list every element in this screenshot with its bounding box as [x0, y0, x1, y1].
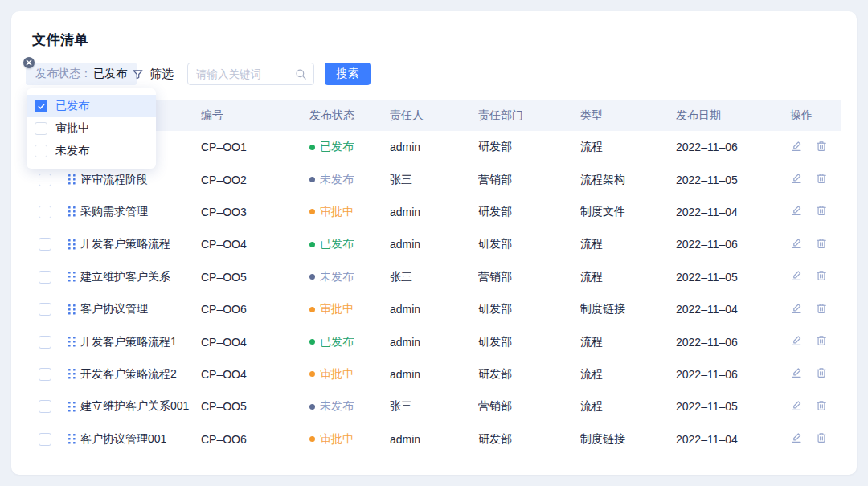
- status-dot: [309, 307, 315, 312]
- responsible-department: 研发部: [478, 335, 580, 349]
- row-actions: [790, 431, 841, 447]
- row-checkbox[interactable]: [39, 368, 51, 381]
- edit-icon[interactable]: [790, 431, 803, 447]
- status-label: 已发布: [320, 237, 354, 251]
- option-label: 已发布: [55, 99, 89, 113]
- responsible-person: admin: [390, 141, 478, 153]
- search-button[interactable]: 搜索: [325, 63, 371, 85]
- search-input[interactable]: [188, 68, 295, 80]
- dropdown-option[interactable]: 已发布: [27, 95, 156, 117]
- option-checkbox[interactable]: [35, 100, 47, 112]
- edit-icon[interactable]: [790, 366, 803, 382]
- drag-handle-icon[interactable]: [63, 239, 80, 251]
- trash-icon[interactable]: [815, 237, 828, 252]
- drag-handle-icon[interactable]: [63, 336, 80, 348]
- edit-icon[interactable]: [790, 399, 803, 415]
- file-type: 流程: [580, 399, 676, 414]
- drag-handle-icon[interactable]: [63, 174, 80, 186]
- row-checkbox[interactable]: [39, 206, 51, 218]
- status-cell: 已发布: [309, 140, 390, 154]
- publish-date: 2022–11–05: [676, 271, 790, 284]
- publish-date: 2022–11–06: [676, 368, 790, 381]
- file-code: CP–OO2: [201, 174, 309, 186]
- status-dot: [309, 371, 315, 377]
- edit-icon[interactable]: [790, 302, 803, 317]
- drag-handle-icon[interactable]: [63, 206, 80, 218]
- status-label: 未发布: [320, 173, 354, 187]
- status-cell: 已发布: [309, 335, 390, 349]
- row-actions: [790, 237, 841, 252]
- close-icon[interactable]: [23, 57, 35, 68]
- trash-icon[interactable]: [815, 431, 828, 447]
- status-dot: [309, 404, 315, 410]
- responsible-department: 营销部: [478, 270, 580, 284]
- drag-handle-icon[interactable]: [63, 401, 80, 413]
- row-checkbox[interactable]: [39, 271, 51, 284]
- edit-icon[interactable]: [790, 237, 803, 252]
- option-checkbox[interactable]: [35, 145, 47, 157]
- status-cell: 未发布: [309, 399, 390, 414]
- option-checkbox[interactable]: [35, 122, 47, 135]
- row-checkbox[interactable]: [39, 433, 51, 446]
- trash-icon[interactable]: [815, 172, 828, 187]
- drag-handle-icon[interactable]: [63, 368, 80, 380]
- column-header-type: 类型: [580, 108, 676, 123]
- publish-date: 2022–11–06: [676, 336, 790, 349]
- column-header-status: 发布状态: [309, 108, 390, 123]
- trash-icon[interactable]: [815, 399, 828, 415]
- status-dot: [309, 339, 315, 345]
- page-title: 文件清单: [32, 31, 88, 49]
- file-code: CP–OO4: [201, 336, 309, 349]
- trash-icon[interactable]: [815, 140, 828, 155]
- file-type: 流程架构: [580, 173, 676, 187]
- drag-handle-icon[interactable]: [63, 304, 80, 316]
- row-checkbox[interactable]: [39, 303, 51, 316]
- row-checkbox[interactable]: [39, 238, 51, 251]
- row-actions: [790, 172, 841, 187]
- row-actions: [790, 334, 841, 349]
- column-header-ops: 操作: [790, 108, 841, 123]
- status-label: 审批中: [320, 432, 354, 447]
- responsible-department: 研发部: [478, 367, 580, 382]
- file-type: 流程: [580, 270, 676, 284]
- edit-icon[interactable]: [790, 269, 803, 284]
- edit-icon[interactable]: [790, 172, 803, 187]
- trash-icon[interactable]: [815, 302, 828, 317]
- file-name: 评审流程阶段: [80, 173, 201, 187]
- status-filter-chip[interactable]: 发布状态： 已发布: [26, 63, 137, 85]
- responsible-department: 营销部: [478, 399, 580, 414]
- drag-handle-icon[interactable]: [63, 271, 80, 283]
- responsible-department: 研发部: [478, 432, 580, 447]
- trash-icon[interactable]: [815, 334, 828, 349]
- table-row: 评审流程阶段 CP–OO2 未发布 张三 营销部 流程架构 2022–11–05: [32, 163, 841, 195]
- status-dot: [309, 436, 315, 442]
- status-dot: [309, 242, 315, 247]
- row-checkbox[interactable]: [39, 174, 51, 186]
- responsible-department: 研发部: [478, 140, 580, 154]
- filter-button[interactable]: 筛选: [132, 63, 174, 85]
- dropdown-option[interactable]: 审批中: [27, 117, 156, 140]
- dropdown-option[interactable]: 未发布: [27, 140, 156, 162]
- edit-icon[interactable]: [790, 334, 803, 349]
- file-code: CP–OO5: [201, 271, 309, 284]
- edit-icon[interactable]: [790, 204, 803, 219]
- row-actions: [790, 204, 841, 219]
- file-name: 客户协议管理001: [80, 432, 201, 447]
- status-cell: 已发布: [309, 237, 390, 251]
- table-row: 建立维护客户关系 CP–OO5 未发布 张三 营销部 流程 2022–11–05: [32, 261, 841, 293]
- status-dot: [309, 209, 315, 214]
- file-type: 制度文件: [580, 205, 676, 219]
- row-actions: [790, 399, 841, 415]
- table-row: 建立维护客户关系001 CP–OO5 未发布 张三 营销部 流程 2022–11…: [32, 390, 841, 423]
- row-checkbox[interactable]: [39, 336, 51, 349]
- row-checkbox[interactable]: [39, 400, 51, 413]
- column-header-date: 发布日期: [676, 108, 790, 123]
- trash-icon[interactable]: [815, 204, 828, 219]
- filter-button-label: 筛选: [149, 67, 174, 82]
- trash-icon[interactable]: [815, 366, 828, 382]
- file-list-card: 文件清单 发布状态： 已发布 筛选 搜索 编号 发布状态 责任人 责任部门 类型: [11, 11, 857, 475]
- file-code: CP–OO3: [201, 206, 309, 218]
- edit-icon[interactable]: [790, 140, 803, 155]
- drag-handle-icon[interactable]: [63, 433, 80, 445]
- trash-icon[interactable]: [815, 269, 828, 284]
